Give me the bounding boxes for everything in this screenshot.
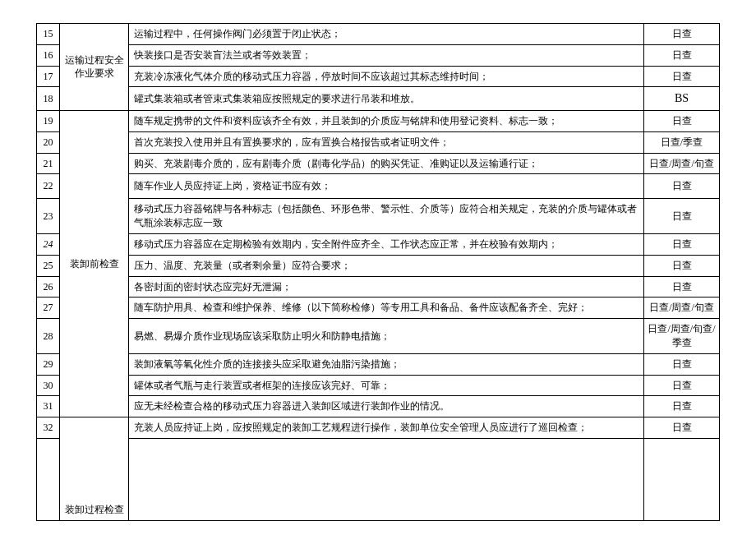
row-number: 31 xyxy=(37,396,60,417)
row-desc: 随车防护用具、检查和维护保养、维修（以下简称检修）等专用工具和备品、备件应该配备… xyxy=(129,297,644,319)
table-row: 23 移动式压力容器铭牌与各种标志（包括颜色、环形色带、警示性、介质等）应符合相… xyxy=(37,199,720,234)
row-desc: 应无未经检查合格的移动式压力容器进入装卸区域进行装卸作业的情况。 xyxy=(129,396,644,417)
row-number: 18 xyxy=(37,87,60,111)
row-number: 21 xyxy=(37,153,60,174)
row-desc xyxy=(129,438,644,520)
row-number: 30 xyxy=(37,375,60,396)
row-freq: 日查/周查/旬查/季查 xyxy=(644,319,720,354)
row-number: 17 xyxy=(37,66,60,87)
table-row: 31 应无未经检查合格的移动式压力容器进入装卸区域进行装卸作业的情况。 日查 xyxy=(37,396,720,417)
row-freq: 日查 xyxy=(644,44,720,66)
row-desc: 购买、充装剧毒介质的，应有剧毒介质（剧毒化学品）的购买凭证、准购证以及运输通行证… xyxy=(129,153,644,174)
table-row: 18 罐式集装箱或者管束式集装箱应按照规定的要求进行吊装和堆放。 BS xyxy=(37,87,720,111)
row-number: 26 xyxy=(37,276,60,297)
row-freq xyxy=(644,438,720,520)
row-number: 23 xyxy=(37,199,60,234)
table-row: 28 易燃、易爆介质作业现场应该采取防止明火和防静电措施； 日查/周查/旬查/季… xyxy=(37,319,720,354)
row-desc: 充装人员应持证上岗，应按照规定的装卸工艺规程进行操作，装卸单位安全管理人员应进行… xyxy=(129,417,644,439)
table-row: 17 充装冷冻液化气体介质的移动式压力容器，停放时间不应该超过其标态维持时间； … xyxy=(37,66,720,87)
row-freq: 日查/周查/旬查 xyxy=(644,297,720,319)
row-freq: 日查 xyxy=(644,110,720,131)
row-freq: BS xyxy=(644,87,720,111)
row-desc: 移动式压力容器铭牌与各种标志（包括颜色、环形色带、警示性、介质等）应符合相关规定… xyxy=(129,199,644,234)
row-desc: 随车规定携带的文件和资料应该齐全有效，并且装卸的介质应与铭牌和使用登记资料、标志… xyxy=(129,110,644,131)
table-row: 30 罐体或者气瓶与走行装置或者框架的连接应该完好、可靠； 日查 xyxy=(37,375,720,396)
row-freq: 日查 xyxy=(644,255,720,276)
table-row: 27 随车防护用具、检查和维护保养、维修（以下简称检修）等专用工具和备品、备件应… xyxy=(37,297,720,319)
row-freq: 日查 xyxy=(644,66,720,87)
row-number: 15 xyxy=(37,24,60,45)
category-cell-preload: 装卸前检查 xyxy=(60,110,129,417)
table-row: 25 压力、温度、充装量（或者剩余量）应符合要求； 日查 xyxy=(37,255,720,276)
row-number: 20 xyxy=(37,131,60,153)
row-number xyxy=(37,438,60,520)
row-freq: 日查 xyxy=(644,276,720,297)
table-row: 26 各密封面的密封状态应完好无泄漏； 日查 xyxy=(37,276,720,297)
table-row: 19 装卸前检查 随车规定携带的文件和资料应该齐全有效，并且装卸的介质应与铭牌和… xyxy=(37,110,720,131)
row-desc: 移动式压力容器应在定期检验有效期内，安全附件应齐全、工作状态应正常，并在校验有效… xyxy=(129,233,644,255)
row-number: 27 xyxy=(37,297,60,319)
checklist-table: 15 运输过程安全作业要求 运输过程中，任何操作阀门必须置于闭止状态； 日查 1… xyxy=(36,23,720,521)
row-desc: 随车作业人员应持证上岗，资格证书应有效； xyxy=(129,174,644,199)
row-desc: 易燃、易爆介质作业现场应该采取防止明火和防静电措施； xyxy=(129,319,644,354)
table-row: 21 购买、充装剧毒介质的，应有剧毒介质（剧毒化学品）的购买凭证、准购证以及运输… xyxy=(37,153,720,174)
row-freq: 日查/周查/旬查 xyxy=(644,153,720,174)
row-number: 16 xyxy=(37,44,60,66)
table-row xyxy=(37,438,720,520)
row-freq: 日查 xyxy=(644,24,720,45)
table-row: 24 移动式压力容器应在定期检验有效期内，安全附件应齐全、工作状态应正常，并在校… xyxy=(37,233,720,255)
row-number: 19 xyxy=(37,110,60,131)
row-freq: 日查 xyxy=(644,174,720,199)
row-desc: 充装冷冻液化气体介质的移动式压力容器，停放时间不应该超过其标态维持时间； xyxy=(129,66,644,87)
table-row: 15 运输过程安全作业要求 运输过程中，任何操作阀门必须置于闭止状态； 日查 xyxy=(37,24,720,45)
row-number: 22 xyxy=(37,174,60,199)
row-number: 29 xyxy=(37,353,60,375)
row-freq: 日查 xyxy=(644,417,720,439)
table-row: 32 装卸过程检查 充装人员应持证上岗，应按照规定的装卸工艺规程进行操作，装卸单… xyxy=(37,417,720,439)
row-number: 32 xyxy=(37,417,60,439)
row-desc: 各密封面的密封状态应完好无泄漏； xyxy=(129,276,644,297)
row-number: 25 xyxy=(37,255,60,276)
row-freq: 日查 xyxy=(644,199,720,234)
row-desc: 首次充装投入使用并且有置换要求的，应有置换合格报告或者证明文件； xyxy=(129,131,644,153)
table-row: 22 随车作业人员应持证上岗，资格证书应有效； 日查 xyxy=(37,174,720,199)
row-desc: 罐体或者气瓶与走行装置或者框架的连接应该完好、可靠； xyxy=(129,375,644,396)
row-number: 24 xyxy=(37,233,60,255)
row-desc: 罐式集装箱或者管束式集装箱应按照规定的要求进行吊装和堆放。 xyxy=(129,87,644,111)
row-freq: 日查/季查 xyxy=(644,131,720,153)
row-desc: 压力、温度、充装量（或者剩余量）应符合要求； xyxy=(129,255,644,276)
category-cell-transport: 运输过程安全作业要求 xyxy=(60,24,129,111)
table-row: 20 首次充装投入使用并且有置换要求的，应有置换合格报告或者证明文件； 日查/季… xyxy=(37,131,720,153)
row-desc: 装卸液氧等氧化性介质的连接接头应采取避免油脂污染措施； xyxy=(129,353,644,375)
category-cell-loading: 装卸过程检查 xyxy=(60,417,129,521)
row-freq: 日查 xyxy=(644,396,720,417)
row-desc: 运输过程中，任何操作阀门必须置于闭止状态； xyxy=(129,24,644,45)
row-freq: 日查 xyxy=(644,375,720,396)
row-freq: 日查 xyxy=(644,233,720,255)
table-row: 29 装卸液氧等氧化性介质的连接接头应采取避免油脂污染措施； 日查 xyxy=(37,353,720,375)
row-number: 28 xyxy=(37,319,60,354)
table-row: 16 快装接口是否安装盲法兰或者等效装置； 日查 xyxy=(37,44,720,66)
row-desc: 快装接口是否安装盲法兰或者等效装置； xyxy=(129,44,644,66)
row-freq: 日查 xyxy=(644,353,720,375)
